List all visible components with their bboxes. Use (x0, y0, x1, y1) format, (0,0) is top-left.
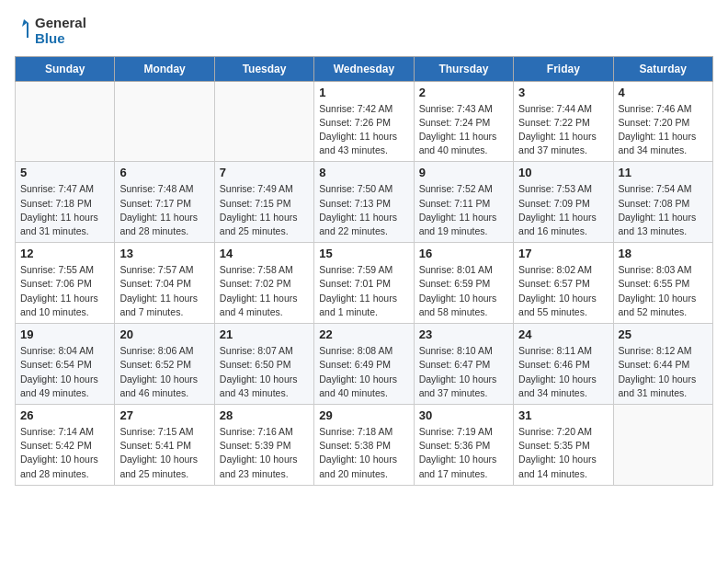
day-number: 7 (220, 166, 309, 179)
calendar-cell: 12Sunrise: 7:55 AMSunset: 7:06 PMDayligh… (16, 243, 115, 324)
day-info: Sunrise: 7:57 AMSunset: 7:04 PMDaylight:… (119, 263, 209, 319)
calendar-cell: 17Sunrise: 8:02 AMSunset: 6:57 PMDayligh… (514, 243, 613, 324)
day-info: Sunrise: 7:55 AMSunset: 7:06 PMDaylight:… (20, 263, 109, 319)
day-number: 5 (20, 166, 109, 179)
calendar-cell: 1Sunrise: 7:42 AMSunset: 7:26 PMDaylight… (314, 81, 414, 162)
calendar-cell: 14Sunrise: 7:58 AMSunset: 7:02 PMDayligh… (214, 243, 313, 324)
day-info: Sunrise: 7:52 AMSunset: 7:11 PMDaylight:… (419, 182, 508, 238)
calendar-cell: 21Sunrise: 8:07 AMSunset: 6:50 PMDayligh… (214, 324, 313, 405)
day-number: 25 (619, 327, 708, 341)
day-number: 16 (419, 247, 508, 260)
day-number: 21 (220, 327, 309, 341)
calendar-cell: 26Sunrise: 7:14 AMSunset: 5:42 PMDayligh… (16, 405, 115, 486)
day-info: Sunrise: 7:20 AMSunset: 5:35 PMDaylight:… (518, 425, 608, 481)
day-info: Sunrise: 8:02 AMSunset: 6:57 PMDaylight:… (518, 263, 608, 319)
svg-marker-0 (22, 19, 33, 38)
calendar-cell: 7Sunrise: 7:49 AMSunset: 7:15 PMDaylight… (214, 162, 313, 243)
calendar-week-2: 5Sunrise: 7:47 AMSunset: 7:18 PMDaylight… (16, 162, 713, 243)
calendar-cell: 6Sunrise: 7:48 AMSunset: 7:17 PMDaylight… (115, 162, 214, 243)
calendar-week-5: 26Sunrise: 7:14 AMSunset: 5:42 PMDayligh… (16, 405, 713, 486)
calendar-cell: 15Sunrise: 7:59 AMSunset: 7:01 PMDayligh… (314, 243, 414, 324)
day-number: 2 (419, 86, 508, 99)
calendar-body: 1Sunrise: 7:42 AMSunset: 7:26 PMDaylight… (16, 81, 713, 485)
day-number: 6 (119, 166, 209, 179)
day-number: 19 (20, 327, 109, 341)
day-info: Sunrise: 7:42 AMSunset: 7:26 PMDaylight:… (319, 102, 408, 158)
day-info: Sunrise: 8:12 AMSunset: 6:44 PMDaylight:… (619, 344, 708, 400)
day-number: 28 (220, 408, 309, 422)
calendar-week-3: 12Sunrise: 7:55 AMSunset: 7:06 PMDayligh… (16, 243, 713, 324)
day-number: 13 (119, 247, 209, 260)
day-number: 11 (619, 166, 708, 179)
day-number: 31 (518, 408, 608, 422)
page-header: General Blue (15, 15, 713, 47)
calendar-cell: 28Sunrise: 7:16 AMSunset: 5:39 PMDayligh… (214, 405, 313, 486)
day-number: 23 (419, 327, 508, 341)
weekday-header-row: SundayMondayTuesdayWednesdayThursdayFrid… (16, 56, 713, 81)
calendar-cell (115, 81, 214, 162)
weekday-header-sunday: Sunday (16, 56, 115, 81)
calendar-cell (16, 81, 115, 162)
day-number: 12 (20, 247, 109, 260)
day-info: Sunrise: 7:19 AMSunset: 5:36 PMDaylight:… (419, 425, 508, 481)
day-number: 8 (319, 166, 408, 179)
calendar-cell: 18Sunrise: 8:03 AMSunset: 6:55 PMDayligh… (613, 243, 712, 324)
calendar-cell: 23Sunrise: 8:10 AMSunset: 6:47 PMDayligh… (414, 324, 513, 405)
day-info: Sunrise: 8:08 AMSunset: 6:49 PMDaylight:… (319, 344, 408, 400)
calendar-week-1: 1Sunrise: 7:42 AMSunset: 7:26 PMDaylight… (16, 81, 713, 162)
calendar-table: SundayMondayTuesdayWednesdayThursdayFrid… (15, 56, 713, 486)
calendar-cell: 25Sunrise: 8:12 AMSunset: 6:44 PMDayligh… (613, 324, 712, 405)
calendar-cell: 31Sunrise: 7:20 AMSunset: 5:35 PMDayligh… (514, 405, 613, 486)
day-info: Sunrise: 7:50 AMSunset: 7:13 PMDaylight:… (319, 182, 408, 238)
day-number: 10 (518, 166, 608, 179)
day-info: Sunrise: 8:01 AMSunset: 6:59 PMDaylight:… (419, 263, 508, 319)
day-info: Sunrise: 7:59 AMSunset: 7:01 PMDaylight:… (319, 263, 408, 319)
day-info: Sunrise: 7:58 AMSunset: 7:02 PMDaylight:… (220, 263, 309, 319)
day-info: Sunrise: 7:15 AMSunset: 5:41 PMDaylight:… (119, 425, 209, 481)
calendar-cell (613, 405, 712, 486)
day-number: 22 (319, 327, 408, 341)
calendar-cell: 20Sunrise: 8:06 AMSunset: 6:52 PMDayligh… (115, 324, 214, 405)
day-info: Sunrise: 8:10 AMSunset: 6:47 PMDaylight:… (419, 344, 508, 400)
day-number: 29 (319, 408, 408, 422)
calendar-cell: 3Sunrise: 7:44 AMSunset: 7:22 PMDaylight… (514, 81, 613, 162)
calendar-cell: 9Sunrise: 7:52 AMSunset: 7:11 PMDaylight… (414, 162, 513, 243)
logo-wrap: General Blue (15, 15, 86, 47)
day-info: Sunrise: 8:07 AMSunset: 6:50 PMDaylight:… (220, 344, 309, 400)
day-number: 4 (619, 86, 708, 99)
day-info: Sunrise: 7:43 AMSunset: 7:24 PMDaylight:… (419, 102, 508, 158)
calendar-cell: 16Sunrise: 8:01 AMSunset: 6:59 PMDayligh… (414, 243, 513, 324)
day-info: Sunrise: 8:06 AMSunset: 6:52 PMDaylight:… (119, 344, 209, 400)
day-info: Sunrise: 7:54 AMSunset: 7:08 PMDaylight:… (619, 182, 708, 238)
day-info: Sunrise: 7:14 AMSunset: 5:42 PMDaylight:… (20, 425, 109, 481)
calendar-cell: 5Sunrise: 7:47 AMSunset: 7:18 PMDaylight… (16, 162, 115, 243)
day-info: Sunrise: 7:18 AMSunset: 5:38 PMDaylight:… (319, 425, 408, 481)
calendar-cell: 24Sunrise: 8:11 AMSunset: 6:46 PMDayligh… (514, 324, 613, 405)
calendar-cell: 13Sunrise: 7:57 AMSunset: 7:04 PMDayligh… (115, 243, 214, 324)
calendar-cell: 19Sunrise: 8:04 AMSunset: 6:54 PMDayligh… (16, 324, 115, 405)
day-info: Sunrise: 7:47 AMSunset: 7:18 PMDaylight:… (20, 182, 109, 238)
calendar-week-4: 19Sunrise: 8:04 AMSunset: 6:54 PMDayligh… (16, 324, 713, 405)
calendar-cell: 27Sunrise: 7:15 AMSunset: 5:41 PMDayligh… (115, 405, 214, 486)
weekday-header-thursday: Thursday (414, 56, 513, 81)
day-info: Sunrise: 7:49 AMSunset: 7:15 PMDaylight:… (220, 182, 309, 238)
calendar-cell: 2Sunrise: 7:43 AMSunset: 7:24 PMDaylight… (414, 81, 513, 162)
day-number: 17 (518, 247, 608, 260)
day-number: 14 (220, 247, 309, 260)
calendar-cell: 22Sunrise: 8:08 AMSunset: 6:49 PMDayligh… (314, 324, 414, 405)
day-number: 1 (319, 86, 408, 99)
day-info: Sunrise: 7:16 AMSunset: 5:39 PMDaylight:… (220, 425, 309, 481)
day-number: 3 (518, 86, 608, 99)
day-number: 20 (119, 327, 209, 341)
calendar-cell: 4Sunrise: 7:46 AMSunset: 7:20 PMDaylight… (613, 81, 712, 162)
day-number: 18 (619, 247, 708, 260)
calendar-cell (214, 81, 313, 162)
calendar-cell: 29Sunrise: 7:18 AMSunset: 5:38 PMDayligh… (314, 405, 414, 486)
logo-general-text: General (35, 15, 86, 30)
day-info: Sunrise: 7:48 AMSunset: 7:17 PMDaylight:… (119, 182, 209, 238)
day-info: Sunrise: 8:11 AMSunset: 6:46 PMDaylight:… (518, 344, 608, 400)
weekday-header-tuesday: Tuesday (214, 56, 313, 81)
day-number: 27 (119, 408, 209, 422)
calendar-cell: 30Sunrise: 7:19 AMSunset: 5:36 PMDayligh… (414, 405, 513, 486)
logo-bird-icon (15, 19, 33, 41)
